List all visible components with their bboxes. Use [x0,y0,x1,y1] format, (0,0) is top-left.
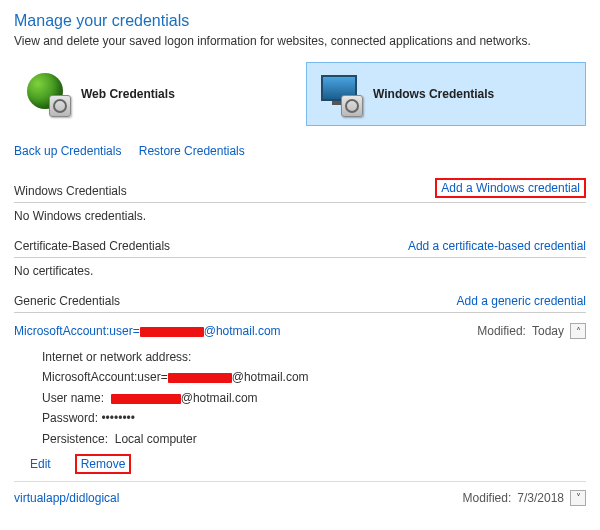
section-generic-title: Generic Credentials [14,294,120,308]
page-title: Manage your credentials [14,12,586,30]
monitor-vault-icon [319,73,361,115]
credential-actions: Edit Remove [14,455,586,477]
edit-credential-link[interactable]: Edit [30,457,51,471]
redacted-text [140,327,204,337]
section-windows-title: Windows Credentials [14,184,127,198]
tab-windows-credentials[interactable]: Windows Credentials [306,62,586,126]
section-generic-credentials: Generic Credentials Add a generic creden… [14,294,586,510]
tab-windows-label: Windows Credentials [373,87,494,101]
credential-details: Internet or network address: MicrosoftAc… [14,343,586,455]
credential-modified: Modified: 7/3/2018 ˅ [463,490,586,506]
credential-entry-name[interactable]: MicrosoftAccount:user=@hotmail.com [14,324,281,338]
credential-entry[interactable]: virtualapp/didlogical Modified: 7/3/2018… [14,486,586,510]
cert-empty-text: No certificates. [14,264,586,278]
section-cert-title: Certificate-Based Credentials [14,239,170,253]
credential-modified: Modified: Today ˄ [477,323,586,339]
windows-empty-text: No Windows credentials. [14,209,586,223]
tab-web-credentials[interactable]: Web Credentials [14,62,294,126]
tab-web-label: Web Credentials [81,87,175,101]
redacted-text [111,394,181,404]
chevron-up-icon[interactable]: ˄ [570,323,586,339]
add-generic-credential-link[interactable]: Add a generic credential [457,294,586,308]
credential-entry[interactable]: MicrosoftAccount:user=@hotmail.com Modif… [14,319,586,343]
backup-restore-links: Back up Credentials Restore Credentials [14,144,586,158]
divider [14,481,586,482]
page-subtitle: View and delete your saved logon informa… [14,34,586,48]
section-windows-credentials: Windows Credentials Add a Windows creden… [14,178,586,223]
add-windows-credential-link[interactable]: Add a Windows credential [435,178,586,198]
chevron-down-icon[interactable]: ˅ [570,490,586,506]
redacted-text [168,373,232,383]
remove-credential-link[interactable]: Remove [75,454,132,474]
section-cert-credentials: Certificate-Based Credentials Add a cert… [14,239,586,278]
credential-tabs: Web Credentials Windows Credentials [14,62,586,126]
credential-entry-name[interactable]: virtualapp/didlogical [14,491,119,505]
backup-credentials-link[interactable]: Back up Credentials [14,144,121,158]
restore-credentials-link[interactable]: Restore Credentials [139,144,245,158]
add-cert-credential-link[interactable]: Add a certificate-based credential [408,239,586,253]
globe-vault-icon [27,73,69,115]
